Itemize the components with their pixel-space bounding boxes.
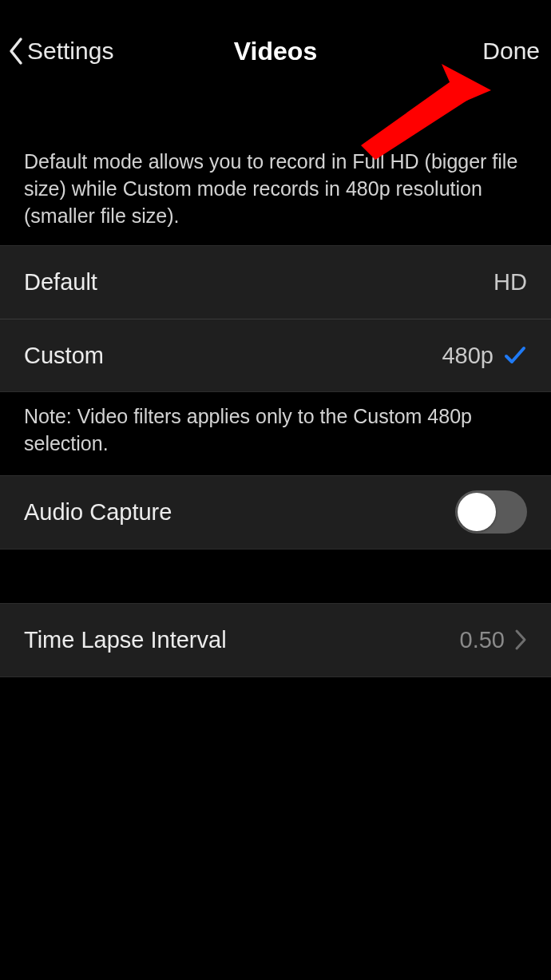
row-audio-capture[interactable]: Audio Capture [0, 476, 551, 549]
back-button[interactable]: Settings [8, 37, 113, 65]
check-icon [503, 343, 527, 367]
mode-section-footer: Note: Video filters applies only to the … [0, 392, 551, 475]
row-default[interactable]: Default HD [0, 246, 551, 319]
audio-group: Audio Capture [0, 475, 551, 550]
chevron-right-icon [514, 629, 527, 651]
audio-capture-toggle[interactable] [455, 490, 527, 534]
row-label: Audio Capture [24, 499, 172, 526]
page-title: Videos [234, 37, 317, 66]
done-button[interactable]: Done [482, 38, 540, 65]
row-label: Custom [24, 343, 104, 369]
section-gap [0, 550, 551, 603]
row-label: Default [24, 269, 97, 296]
row-label: Time Lapse Interval [24, 627, 227, 653]
nav-bar: Settings Videos Done [0, 0, 551, 102]
row-value: HD [494, 269, 527, 296]
chevron-left-icon [8, 37, 27, 65]
row-right: HD [494, 269, 527, 296]
row-right: 480p [442, 343, 527, 369]
row-timelapse-interval[interactable]: Time Lapse Interval 0.50 [0, 604, 551, 676]
row-right: 0.50 [460, 627, 527, 653]
row-value: 0.50 [460, 627, 505, 653]
timelapse-group: Time Lapse Interval 0.50 [0, 603, 551, 677]
row-custom[interactable]: Custom 480p [0, 319, 551, 391]
row-value: 480p [442, 343, 494, 369]
toggle-knob [458, 493, 496, 531]
mode-section-header: Default mode allows you to record in Ful… [0, 102, 551, 245]
mode-group: Default HD Custom 480p [0, 245, 551, 392]
back-label: Settings [27, 38, 113, 65]
